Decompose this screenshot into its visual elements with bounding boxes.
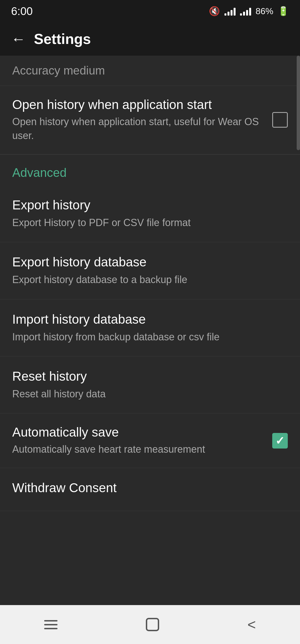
content-area: Accuracy medium Open history when applic… (0, 56, 300, 511)
status-icons: 🔇 86% 🔋 (209, 6, 289, 16)
auto-save-text: Automatically save Automatically save he… (12, 425, 272, 456)
partial-item-subtitle: Accuracy medium (12, 64, 105, 77)
reset-history-subtitle: Reset all history data (12, 387, 288, 401)
app-bar: ← Settings (0, 22, 300, 56)
advanced-section-title: Advanced (12, 166, 67, 179)
status-time: 6:00 (11, 5, 33, 18)
withdraw-consent-title: Withdraw Consent (12, 480, 288, 495)
signal-bars-2 (240, 7, 251, 16)
open-history-subtitle: Open history when application start, use… (12, 115, 264, 143)
import-history-database-item[interactable]: Import history database Import history f… (0, 299, 300, 356)
import-history-database-title: Import history database (12, 312, 288, 327)
checkmark-icon: ✓ (275, 434, 285, 447)
battery-icon: 🔋 (278, 6, 289, 16)
home-icon (146, 618, 159, 631)
export-history-database-subtitle: Export history database to a backup file (12, 273, 288, 287)
battery-level: 86% (256, 6, 273, 16)
open-history-setting-item[interactable]: Open history when application start Open… (0, 86, 300, 154)
auto-save-item[interactable]: Automatically save Automatically save he… (0, 413, 300, 468)
withdraw-consent-item[interactable]: Withdraw Consent (0, 468, 300, 511)
scrollbar[interactable] (297, 56, 300, 150)
signal-bars-1 (224, 7, 236, 16)
recents-icon (44, 620, 58, 629)
export-history-title: Export history (12, 197, 288, 212)
open-history-title: Open history when application start (12, 97, 264, 112)
export-history-subtitle: Export History to PDF or CSV file format (12, 216, 288, 230)
nav-back-button[interactable]: < (248, 616, 256, 633)
nav-back-icon: < (248, 616, 256, 633)
export-history-item[interactable]: Export history Export History to PDF or … (0, 185, 300, 242)
open-history-checkbox[interactable] (272, 112, 288, 128)
nav-bar: < (0, 605, 300, 644)
auto-save-checkbox[interactable]: ✓ (272, 433, 288, 449)
recents-button[interactable] (44, 620, 58, 629)
partial-setting-item: Accuracy medium (0, 56, 300, 86)
export-history-database-item[interactable]: Export history database Export history d… (0, 242, 300, 299)
page-title: Settings (34, 31, 91, 47)
mute-icon: 🔇 (209, 6, 220, 16)
back-button[interactable]: ← (11, 31, 26, 47)
reset-history-title: Reset history (12, 369, 288, 384)
open-history-text: Open history when application start Open… (12, 97, 272, 143)
status-bar: 6:00 🔇 86% 🔋 (0, 0, 300, 22)
auto-save-title: Automatically save (12, 425, 264, 440)
home-button[interactable] (146, 618, 159, 631)
advanced-section-header: Advanced (0, 155, 300, 185)
auto-save-subtitle: Automatically save heart rate measuremen… (12, 442, 264, 456)
import-history-database-subtitle: Import history from backup database or c… (12, 330, 288, 344)
reset-history-item[interactable]: Reset history Reset all history data (0, 356, 300, 413)
export-history-database-title: Export history database (12, 254, 288, 269)
